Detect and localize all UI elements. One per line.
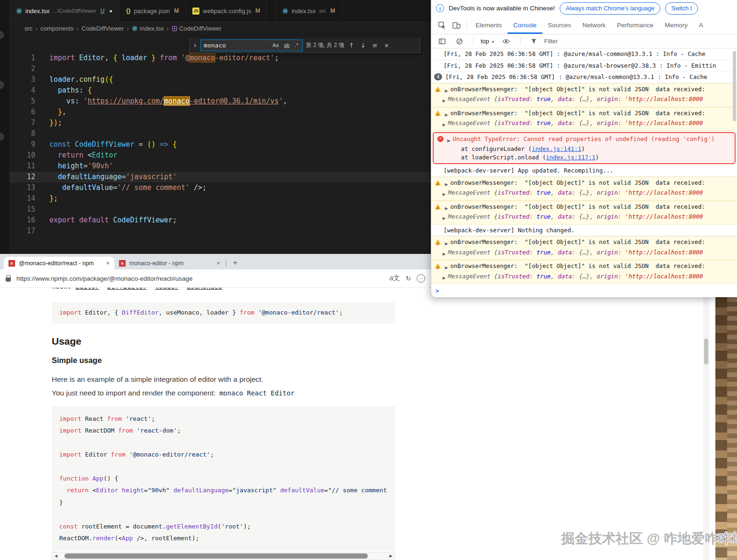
page-scrollbar[interactable]: [703, 297, 709, 560]
scrollbar-thumb[interactable]: [64, 553, 368, 559]
expand-arrow-icon[interactable]: ▶: [445, 264, 448, 272]
editor-tab[interactable]: JSwebpack.config.jsM: [186, 0, 267, 22]
code-editor[interactable]: 1import Editor, { loader } from '@monaco…: [9, 53, 431, 237]
paragraph: You just need to import and render the c…: [52, 389, 294, 397]
close-find-button[interactable]: ×: [382, 41, 391, 50]
expand-arrow-icon[interactable]: ▶: [443, 121, 446, 129]
tab-label: webpack.config.js: [203, 8, 251, 15]
text-token: origin: [597, 95, 618, 103]
console-error-row[interactable]: ×▶Uncaught TypeError: Cannot read proper…: [433, 132, 736, 165]
stack-link[interactable]: index.js:141:1: [532, 145, 581, 152]
text-token: from: [240, 309, 258, 316]
git-status-badge: M: [331, 8, 335, 14]
tab-elements[interactable]: Elements: [470, 16, 507, 34]
match-chrome-language-button[interactable]: Always match Chrome's language: [560, 2, 661, 15]
text-token: import: [59, 427, 85, 434]
text-token: Editor: [76, 288, 100, 290]
browser-tab[interactable]: nmonaco-editor - npm×: [114, 257, 225, 269]
breadcrumb-item[interactable]: components: [40, 25, 74, 32]
console-line: ▶onBrowserMessenger: "[object Object]" i…: [434, 262, 734, 272]
line-number: 13: [9, 182, 35, 193]
devtools-scrollbar-thumb[interactable]: [733, 51, 736, 121]
text-token: 'root': [221, 523, 243, 530]
filter-input[interactable]: Filter: [544, 38, 558, 45]
previous-match-button[interactable]: ↑: [347, 41, 356, 50]
breadcrumb-label: index.tsx: [140, 25, 164, 32]
expand-arrow-icon[interactable]: ▶: [445, 181, 448, 189]
horizontal-scrollbar[interactable]: ◀ ▶: [52, 552, 395, 560]
expand-arrow-icon[interactable]: ▶: [445, 205, 448, 213]
regex-button[interactable]: .*: [293, 42, 300, 48]
translate-icon[interactable]: a文: [389, 274, 400, 283]
new-tab-button[interactable]: +: [233, 258, 238, 268]
lock-icon[interactable]: [6, 277, 11, 282]
scroll-left-icon[interactable]: ◀: [52, 554, 60, 558]
tab-memory[interactable]: Memory: [659, 16, 693, 34]
activity-icon: [0, 133, 4, 141]
code-text: loader.config({: [49, 74, 113, 85]
console-sidebar-icon[interactable]: [436, 39, 449, 44]
expand-arrow-icon[interactable]: ▶: [443, 97, 446, 105]
find-in-selection-button[interactable]: ≡: [371, 41, 380, 50]
text-token: Editor: [79, 54, 104, 62]
stack-link[interactable]: index.js:117:1: [546, 154, 595, 161]
editor-tab[interactable]: index.tsxsrcM: [276, 0, 342, 22]
text-token: const: [59, 523, 81, 530]
eye-icon[interactable]: [499, 39, 513, 44]
match-case-button[interactable]: Aa: [271, 42, 280, 48]
expand-arrow-icon[interactable]: ▶: [443, 214, 446, 223]
switch-to-chinese-button[interactable]: Switch t: [665, 2, 698, 15]
whole-word-button[interactable]: ab: [283, 42, 291, 48]
scrollbar-track[interactable]: [60, 552, 387, 559]
toggle-replace-icon[interactable]: ›: [192, 41, 198, 49]
console-text: [webpack-dev-server] App updated. Recomp…: [444, 166, 613, 175]
tab-performance[interactable]: Performance: [611, 16, 659, 34]
breadcrumb-item[interactable]: CodeDiffViewer: [82, 25, 124, 32]
filter-icon[interactable]: [528, 39, 540, 44]
expand-arrow-icon[interactable]: ▶: [445, 87, 448, 95]
breadcrumb-item[interactable]: index.tsx: [132, 25, 164, 32]
line-number: 11: [9, 161, 35, 172]
context-selector[interactable]: top▼: [481, 38, 495, 45]
chevron-right-icon: ›: [77, 25, 79, 32]
text-token: {: [494, 213, 498, 220]
expand-arrow-icon[interactable]: ▶: [443, 250, 446, 259]
next-match-button[interactable]: ↓: [359, 41, 368, 50]
text-token: ,: [551, 119, 558, 126]
breadcrumb-item[interactable]: src: [24, 25, 32, 32]
clear-console-icon[interactable]: [453, 38, 466, 45]
address-bar[interactable]: https://www.npmjs.com/package/@monaco-ed…: [16, 275, 384, 282]
text-token: (<: [114, 535, 122, 542]
refresh-icon[interactable]: ↻: [405, 275, 411, 282]
device-toolbar-icon[interactable]: [449, 22, 464, 29]
scrollbar-thumb[interactable]: [704, 339, 708, 364]
text-token: useMonaco: [187, 288, 222, 290]
tab-application[interactable]: A: [693, 16, 709, 34]
close-icon[interactable]: ×: [216, 260, 220, 267]
inspect-element-icon[interactable]: [435, 22, 449, 29]
expand-arrow-icon[interactable]: ▶: [447, 137, 451, 145]
console-text: onBrowserMessenger: "[object Object]" is…: [451, 262, 705, 270]
expand-arrow-icon[interactable]: ▶: [443, 274, 446, 283]
close-icon[interactable]: ×: [106, 260, 110, 267]
scroll-right-icon[interactable]: ▶: [387, 554, 395, 558]
tab-console[interactable]: Console: [507, 16, 542, 34]
tab-sources[interactable]: Sources: [542, 16, 577, 34]
tab-network[interactable]: Network: [577, 16, 611, 34]
editor-tab[interactable]: index.tsx...\CodeDiffViewerU●: [9, 0, 119, 22]
expand-arrow-icon[interactable]: ▶: [443, 190, 446, 199]
console-prompt[interactable]: >: [431, 284, 737, 297]
console-text: onBrowserMessenger: "[object Object]" is…: [451, 203, 705, 211]
text-token: 'http://localhost:8000: [625, 119, 703, 126]
browser-tab[interactable]: n@monaco-editor/react - npm×: [4, 257, 114, 269]
breadcrumb-item[interactable]: CodeDiffViewer: [172, 25, 222, 32]
more-options-icon[interactable]: ⋯: [417, 274, 425, 283]
find-input[interactable]: monaco Aa ab .*: [200, 39, 303, 51]
react-icon: [16, 8, 22, 14]
editor-tab[interactable]: {}package.jsonM: [119, 0, 186, 22]
text-token: :: [572, 213, 579, 220]
code-line: 3loader.config({: [9, 74, 431, 85]
expand-arrow-icon[interactable]: ▶: [445, 111, 448, 119]
expand-arrow-icon[interactable]: ▶: [445, 240, 448, 248]
code-line: import ReactDOM from 'react-dom';: [59, 425, 388, 436]
